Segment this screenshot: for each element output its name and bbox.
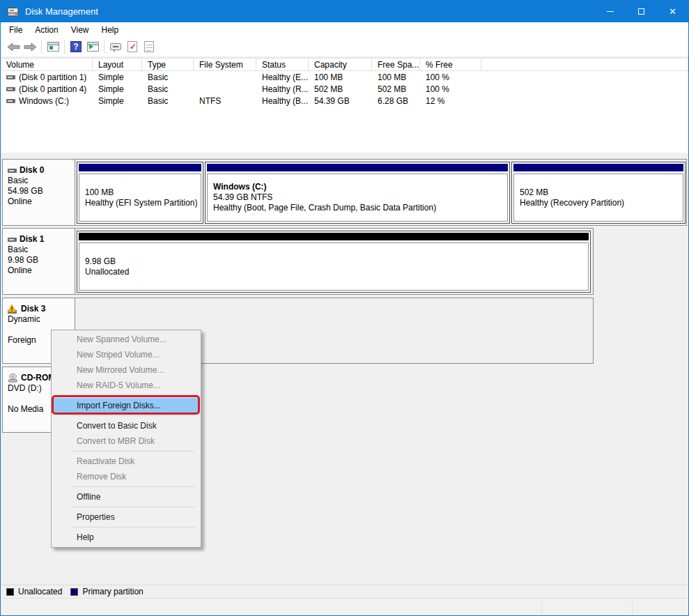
partition-status: Unallocated: [85, 267, 588, 277]
check-document-icon[interactable]: ✓: [124, 38, 141, 55]
list-document-icon[interactable]: [141, 38, 157, 55]
menu-item-help[interactable]: Help: [52, 530, 201, 545]
menu-separator: [72, 395, 195, 396]
legend-label-unallocated: Unallocated: [18, 587, 62, 596]
action-pane-icon[interactable]: [84, 38, 101, 55]
menu-item-label: New Spanned Volume...: [77, 334, 167, 344]
menu-item-label: Reactivate Disk: [77, 456, 134, 466]
toolbar-separator: [41, 40, 42, 54]
disk-name: Disk 1: [20, 234, 44, 245]
volume-name: (Disk 0 partition 4): [19, 84, 86, 94]
primary-partition-swatch: [70, 588, 78, 596]
disk-icon: [8, 169, 17, 173]
table-row[interactable]: (Disk 0 partition 4) Simple Basic Health…: [1, 83, 688, 95]
cell-free-space: 502 MB: [372, 84, 420, 94]
menu-item-label: New Mirrored Volume...: [77, 365, 164, 375]
window-title: Disk Management: [25, 6, 98, 17]
menu-item-label: Remove Disk: [77, 472, 126, 482]
disk-1-label[interactable]: Disk 1 Basic 9.98 GB Online: [3, 229, 75, 294]
volume-list: Volume Layout Type File System Status Ca…: [1, 58, 688, 153]
menu-help[interactable]: Help: [95, 24, 125, 36]
disk-name: Disk 3: [21, 304, 45, 314]
cell-layout: Simple: [93, 84, 142, 94]
menu-item-convert-to-mbr-disk[interactable]: Convert to MBR Disk: [52, 433, 201, 449]
toolbar: ? ✓: [1, 37, 688, 57]
menu-item-label: Offline: [77, 492, 100, 502]
column-header-filler: [481, 58, 688, 71]
menu-item-new-raid5-volume[interactable]: New RAID-5 Volume...: [52, 378, 201, 393]
help-icon[interactable]: ?: [68, 38, 84, 55]
disk-state: Online: [8, 265, 72, 276]
cell-layout: Simple: [93, 96, 142, 106]
disk-name: Disk 0: [20, 165, 44, 176]
column-header-free-space[interactable]: Free Spa...: [372, 58, 420, 71]
partition-windows-c[interactable]: Windows (C:) 54.39 GB NTFS Healthy (Boot…: [205, 162, 510, 224]
menu-item-label: Convert to Basic Disk: [77, 421, 157, 431]
menu-item-label: Help: [77, 532, 94, 542]
back-icon[interactable]: [5, 38, 22, 55]
menu-item-new-spanned-volume[interactable]: New Spanned Volume...: [52, 332, 201, 347]
menu-file[interactable]: File: [3, 24, 29, 36]
menu-item-convert-to-basic-disk[interactable]: Convert to Basic Disk: [52, 418, 201, 433]
column-header-file-system[interactable]: File System: [194, 58, 256, 71]
cell-pct-free: 12 %: [420, 96, 481, 106]
cell-status: Healthy (R...: [256, 84, 309, 94]
forward-icon[interactable]: [22, 38, 38, 55]
menu-item-remove-disk[interactable]: Remove Disk: [52, 469, 201, 484]
maximize-button[interactable]: [626, 1, 657, 22]
partition-size: 9.98 GB: [85, 256, 588, 267]
menu-item-new-striped-volume[interactable]: New Striped Volume...: [52, 347, 201, 362]
disk-management-window: Disk Management ✕ File Action View Help …: [0, 0, 689, 616]
partition-color-band: [207, 164, 508, 171]
menu-item-reactivate-disk[interactable]: Reactivate Disk: [52, 454, 201, 469]
disk-name: CD-ROM: [21, 373, 55, 383]
table-row[interactable]: (Disk 0 partition 1) Simple Basic Health…: [1, 71, 688, 83]
status-bar-pane: [541, 601, 632, 614]
table-row[interactable]: Windows (C:) Simple Basic NTFS Healthy (…: [1, 95, 688, 107]
menu-item-new-mirrored-volume[interactable]: New Mirrored Volume...: [52, 362, 201, 378]
menu-separator: [72, 415, 195, 416]
disk-state: Online: [8, 197, 72, 207]
column-header-capacity[interactable]: Capacity: [309, 58, 372, 71]
partition-status: Healthy (Recovery Partition): [520, 198, 683, 208]
column-header-volume[interactable]: Volume: [1, 58, 93, 71]
column-header-type[interactable]: Type: [142, 58, 194, 71]
unallocated-region[interactable]: 9.98 GB Unallocated: [77, 231, 591, 293]
partition-size: 502 MB: [520, 187, 683, 198]
callout-icon[interactable]: [107, 38, 124, 55]
partition-size: 100 MB: [85, 187, 201, 198]
volume-list-header: Volume Layout Type File System Status Ca…: [1, 58, 688, 71]
menu-view[interactable]: View: [65, 24, 95, 36]
status-bar-pane: [632, 601, 688, 614]
disk-0-label[interactable]: Disk 0 Basic 54.98 GB Online: [3, 160, 75, 225]
column-header-status[interactable]: Status: [256, 58, 309, 71]
menu-item-offline[interactable]: Offline: [52, 489, 201, 505]
menu-action[interactable]: Action: [29, 24, 64, 36]
close-button[interactable]: ✕: [657, 1, 688, 22]
disk-kind: Basic: [8, 176, 72, 186]
cell-free-space: 100 MB: [372, 72, 420, 82]
column-header-layout[interactable]: Layout: [93, 58, 142, 71]
minimize-icon: [607, 11, 614, 12]
cell-free-space: 6.28 GB: [372, 96, 420, 106]
partition-color-band: [79, 164, 201, 171]
maximize-icon: [638, 8, 644, 15]
minimize-button[interactable]: [594, 1, 626, 22]
menu-separator: [72, 527, 195, 528]
cell-status: Healthy (B...: [256, 96, 309, 106]
console-tree-icon[interactable]: [45, 38, 61, 55]
partition-efi[interactable]: 100 MB Healthy (EFI System Partition): [77, 162, 203, 224]
menu-item-label: New Striped Volume...: [77, 350, 160, 360]
disk-icon: [8, 238, 17, 242]
disk-kind: Basic: [8, 245, 72, 255]
cell-pct-free: 100 %: [420, 84, 481, 94]
title-bar: Disk Management ✕: [1, 1, 688, 22]
menu-item-properties[interactable]: Properties: [52, 509, 201, 525]
cell-pct-free: 100 %: [420, 72, 481, 82]
partition-recovery[interactable]: 502 MB Healthy (Recovery Partition): [511, 162, 686, 224]
volume-icon: [6, 87, 15, 91]
close-icon: ✕: [669, 7, 676, 16]
column-header-pct-free[interactable]: % Free: [420, 58, 481, 71]
partition-status: Healthy (Boot, Page File, Crash Dump, Ba…: [213, 203, 507, 213]
menu-item-import-foreign-disks[interactable]: Import Foreign Disks...: [53, 398, 199, 413]
